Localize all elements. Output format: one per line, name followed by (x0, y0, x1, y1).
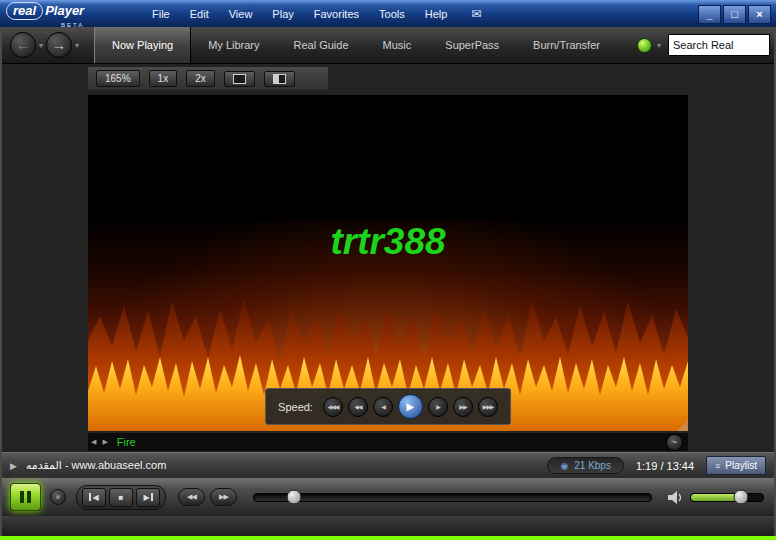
bandwidth-indicator: ◉ 21 Kbps (547, 457, 624, 474)
speed-rewind-1x-button[interactable]: ◀ (373, 397, 393, 417)
visualization-toggle-button[interactable]: ~ (666, 434, 683, 451)
speed-play-button[interactable]: ▶ (398, 394, 423, 419)
seek-slider[interactable] (253, 493, 652, 502)
speed-forward-1x-button[interactable]: ▶ (428, 397, 448, 417)
transport-bar: ◀ ■ ▶ ◀◀ ▶▶ (0, 478, 776, 516)
zoom-toolbar: 165% 1x 2x (88, 67, 328, 90)
visualization-next-button[interactable]: ▶ (99, 438, 110, 446)
zoom-level-button[interactable]: 165% (96, 70, 140, 87)
pause-icon (27, 491, 31, 503)
logo-real-text: real (6, 2, 43, 20)
tab-burn-transfer[interactable]: Burn/Transfer (516, 27, 617, 63)
previous-track-button[interactable]: ◀ (82, 488, 106, 507)
tab-label: Burn/Transfer (533, 39, 600, 51)
seek-buttons-group: ◀◀ ▶▶ (178, 488, 237, 506)
stop-icon: ■ (119, 493, 124, 502)
next-arrow: ▶ (143, 493, 149, 502)
search-area: ▾ (637, 34, 770, 56)
back-button[interactable]: ← (10, 32, 36, 58)
forward-arrow-icon: → (52, 37, 66, 53)
pause-icon (20, 491, 24, 503)
tab-superpass[interactable]: SuperPass (428, 27, 516, 63)
next-icon (151, 493, 153, 501)
tab-label: Music (383, 39, 412, 51)
volume-slider-thumb[interactable] (734, 490, 749, 505)
speed-forward-2x-button[interactable]: ▶▶ (453, 397, 473, 417)
track-controls-group: ◀ ■ ▶ (76, 485, 166, 510)
speed-label: Speed: (278, 401, 313, 413)
stop-button[interactable]: ■ (109, 488, 133, 507)
bottom-frame (0, 516, 776, 536)
menu-tools[interactable]: Tools (379, 8, 405, 20)
mail-icon[interactable]: ✉ (471, 7, 481, 21)
back-arrow-icon: ← (16, 37, 30, 53)
back-dropdown-caret-icon[interactable]: ▾ (36, 41, 46, 50)
status-right-group: ◉ 21 Kbps 1:19 / 13:44 ≡ Playlist (547, 456, 766, 475)
video-overlay-text: trtr388 (88, 221, 688, 263)
menu-file[interactable]: File (152, 8, 170, 20)
volume-slider[interactable] (690, 493, 764, 502)
rewind-button[interactable]: ◀◀ (178, 488, 205, 506)
tab-label: SuperPass (445, 39, 499, 51)
bottom-green-edge (0, 536, 776, 540)
title-bar: realPlayer BETA File Edit View Play Favo… (0, 0, 776, 27)
tab-label: Real Guide (294, 39, 349, 51)
search-scope-button[interactable]: ▾ (637, 38, 664, 53)
bandwidth-value: 21 Kbps (574, 460, 611, 471)
fast-forward-button[interactable]: ▶▶ (210, 488, 237, 506)
playlist-label: Playlist (725, 460, 757, 471)
speed-forward-3x-button[interactable]: ▶▶▶ (478, 397, 498, 417)
search-icon (637, 38, 652, 53)
window-frame-left (0, 27, 2, 536)
pause-button[interactable] (10, 483, 41, 511)
theater-mode-button[interactable] (224, 71, 255, 87)
forward-dropdown-caret-icon[interactable]: ▾ (72, 41, 82, 50)
size-1x-button[interactable]: 1x (149, 70, 178, 87)
visualization-strip: ◀ ▶ Fire ~ (88, 433, 688, 451)
menu-view[interactable]: View (229, 8, 253, 20)
tab-music[interactable]: Music (366, 27, 429, 63)
menu-favorites[interactable]: Favorites (314, 8, 359, 20)
menu-bar: File Edit View Play Favorites Tools Help (152, 8, 447, 20)
record-icon (56, 495, 60, 499)
playback-state-icon: ▶ (10, 461, 17, 471)
seek-slider-thumb[interactable] (286, 490, 301, 505)
minimize-button[interactable]: _ (698, 5, 721, 24)
previous-icon (89, 493, 91, 501)
navigation-bar: ← ▾ → ▾ Now Playing My Library Real Guid… (0, 27, 776, 64)
tab-label: Now Playing (112, 39, 173, 51)
speed-rewind-2x-button[interactable]: ◀◀ (348, 397, 368, 417)
close-button[interactable]: × (748, 5, 771, 24)
search-dropdown-caret-icon: ▾ (654, 41, 664, 50)
next-track-button[interactable]: ▶ (136, 488, 160, 507)
speed-rewind-3x-button[interactable]: ◀◀◀ (323, 397, 343, 417)
size-2x-label: 2x (195, 73, 206, 84)
full-screen-button[interactable] (264, 71, 295, 87)
speaker-icon[interactable] (668, 491, 683, 504)
maximize-button[interactable]: □ (723, 5, 746, 24)
menu-edit[interactable]: Edit (190, 8, 209, 20)
menu-play[interactable]: Play (272, 8, 293, 20)
bandwidth-icon: ◉ (560, 461, 568, 471)
tab-now-playing[interactable]: Now Playing (94, 27, 191, 63)
full-screen-icon (273, 74, 286, 84)
clip-title: المقدمه - www.abuaseel.com (26, 459, 166, 472)
tab-my-library[interactable]: My Library (191, 27, 276, 63)
volume-group (668, 491, 764, 504)
menu-help[interactable]: Help (425, 8, 448, 20)
video-display[interactable]: trtr388 Speed: ◀◀◀ ◀◀ ◀ ▶ ▶ ▶▶ ▶▶▶ (88, 95, 688, 431)
wave-icon: ~ (672, 437, 678, 448)
realplayer-window: realPlayer BETA File Edit View Play Favo… (0, 0, 776, 540)
main-tabs: Now Playing My Library Real Guide Music … (94, 27, 617, 63)
window-controls: _ □ × (698, 5, 771, 24)
record-button[interactable] (50, 489, 66, 505)
zoom-level-value: 165% (105, 73, 131, 84)
search-input[interactable] (668, 34, 770, 56)
resize-grip[interactable] (677, 420, 688, 431)
theater-mode-icon (233, 74, 246, 84)
tab-real-guide[interactable]: Real Guide (277, 27, 366, 63)
playlist-button[interactable]: ≡ Playlist (706, 456, 766, 475)
visualization-prev-button[interactable]: ◀ (88, 438, 99, 446)
size-2x-button[interactable]: 2x (186, 70, 215, 87)
forward-button[interactable]: → (46, 32, 72, 58)
